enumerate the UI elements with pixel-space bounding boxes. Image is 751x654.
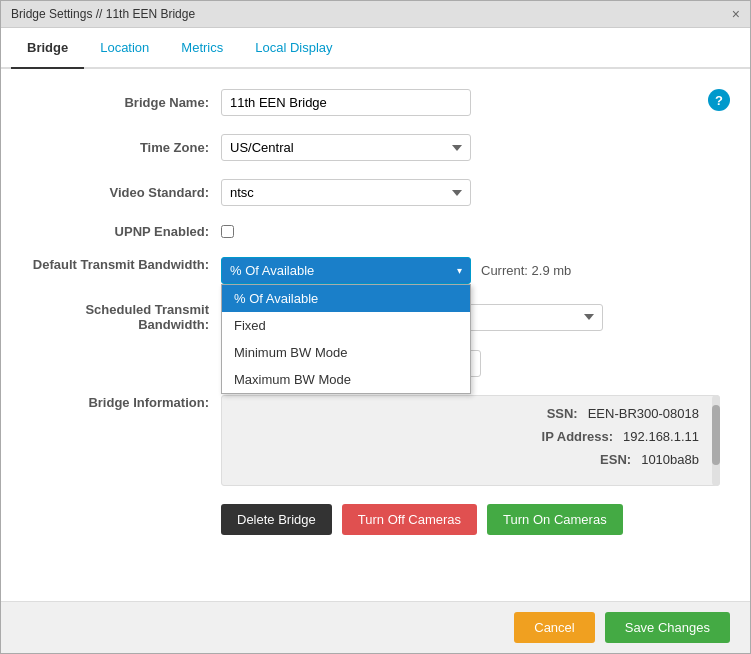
video-standard-select[interactable]: ntsc bbox=[221, 179, 471, 206]
bandwidth-selected-label: % Of Available bbox=[230, 263, 314, 278]
tab-location[interactable]: Location bbox=[84, 28, 165, 69]
turn-off-cameras-button[interactable]: Turn Off Cameras bbox=[342, 504, 477, 535]
tab-bar: Bridge Location Metrics Local Display bbox=[1, 28, 750, 69]
bridge-name-row: Bridge Name: bbox=[31, 89, 720, 116]
bandwidth-row: Default Transmit Bandwidth: % Of Availab… bbox=[31, 257, 720, 284]
save-changes-button[interactable]: Save Changes bbox=[605, 612, 730, 643]
time-zone-row: Time Zone: US/Central bbox=[31, 134, 720, 161]
esn-row: ESN: 1010ba8b bbox=[242, 452, 699, 467]
ssn-value: EEN-BR300-08018 bbox=[588, 406, 699, 421]
dialog-title: Bridge Settings // 11th EEN Bridge bbox=[11, 7, 195, 21]
help-icon[interactable]: ? bbox=[708, 89, 730, 111]
upnp-checkbox[interactable] bbox=[221, 225, 234, 238]
ssn-row: SSN: EEN-BR300-08018 bbox=[242, 406, 699, 421]
ssn-label: SSN: bbox=[547, 406, 578, 421]
tab-local-display[interactable]: Local Display bbox=[239, 28, 348, 69]
content-area: ? Bridge Name: Time Zone: US/Central Vid… bbox=[1, 69, 750, 601]
bandwidth-dropdown-trigger[interactable]: % Of Available ▾ bbox=[221, 257, 471, 284]
turn-on-cameras-button[interactable]: Turn On Cameras bbox=[487, 504, 623, 535]
action-buttons: Delete Bridge Turn Off Cameras Turn On C… bbox=[221, 504, 720, 535]
dropdown-arrow-icon: ▾ bbox=[457, 265, 462, 276]
time-zone-label: Time Zone: bbox=[31, 140, 221, 155]
scrollbar[interactable] bbox=[712, 395, 720, 486]
scrollbar-thumb[interactable] bbox=[712, 405, 720, 465]
video-standard-row: Video Standard: ntsc bbox=[31, 179, 720, 206]
esn-label: ESN: bbox=[600, 452, 631, 467]
bandwidth-label: Default Transmit Bandwidth: bbox=[31, 257, 221, 272]
bridge-info-box: SSN: EEN-BR300-08018 IP Address: 192.168… bbox=[221, 395, 720, 486]
bridge-name-label: Bridge Name: bbox=[31, 95, 221, 110]
delete-bridge-button[interactable]: Delete Bridge bbox=[221, 504, 332, 535]
upnp-row: UPNP Enabled: bbox=[31, 224, 720, 239]
dropdown-option-fixed[interactable]: Fixed bbox=[222, 312, 470, 339]
time-zone-select[interactable]: US/Central bbox=[221, 134, 471, 161]
cancel-button[interactable]: Cancel bbox=[514, 612, 594, 643]
bridge-info-row: Bridge Information: SSN: EEN-BR300-08018… bbox=[31, 395, 720, 486]
video-standard-label: Video Standard: bbox=[31, 185, 221, 200]
current-bandwidth-label: Current: 2.9 mb bbox=[481, 263, 571, 278]
ip-value: 192.168.1.11 bbox=[623, 429, 699, 444]
dialog: Bridge Settings // 11th EEN Bridge × Bri… bbox=[0, 0, 751, 654]
upnp-label: UPNP Enabled: bbox=[31, 224, 221, 239]
esn-value: 1010ba8b bbox=[641, 452, 699, 467]
close-button[interactable]: × bbox=[732, 7, 740, 21]
dialog-titlebar: Bridge Settings // 11th EEN Bridge × bbox=[1, 1, 750, 28]
ip-row: IP Address: 192.168.1.11 bbox=[242, 429, 699, 444]
dropdown-option-max-bw[interactable]: Maximum BW Mode bbox=[222, 366, 470, 393]
dropdown-option-min-bw[interactable]: Minimum BW Mode bbox=[222, 339, 470, 366]
scheduled-label: Scheduled Transmit Bandwidth: bbox=[31, 302, 221, 332]
bandwidth-dropdown-container: % Of Available ▾ % Of Available Fixed Mi… bbox=[221, 257, 471, 284]
ip-label: IP Address: bbox=[542, 429, 614, 444]
bridge-name-input[interactable] bbox=[221, 89, 471, 116]
tab-bridge[interactable]: Bridge bbox=[11, 28, 84, 69]
dropdown-option-percent[interactable]: % Of Available bbox=[222, 285, 470, 312]
bridge-info-label: Bridge Information: bbox=[31, 395, 221, 410]
dialog-footer: Cancel Save Changes bbox=[1, 601, 750, 653]
upnp-checkbox-wrap bbox=[221, 225, 234, 238]
bandwidth-dropdown-menu: % Of Available Fixed Minimum BW Mode Max… bbox=[221, 284, 471, 394]
tab-metrics[interactable]: Metrics bbox=[165, 28, 239, 69]
